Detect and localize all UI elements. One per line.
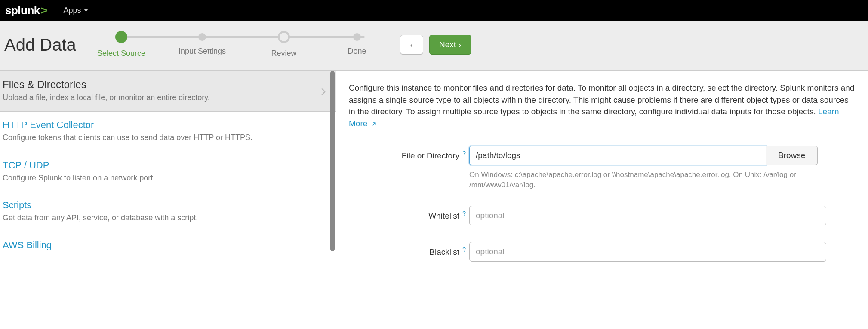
sidebar-item-tcp-udp[interactable]: TCP / UDP Configure Splunk to listen on …: [0, 152, 336, 192]
sidebar-item-scripts[interactable]: Scripts Get data from any API, service, …: [0, 192, 336, 232]
source-title: HTTP Event Collector: [3, 119, 318, 131]
apps-menu[interactable]: Apps: [63, 6, 88, 15]
step-dot-icon: [353, 33, 361, 41]
step-label: Select Source: [91, 49, 151, 58]
step-done[interactable]: Done: [327, 30, 387, 56]
sidebar-item-files-directories[interactable]: Files & Directories Upload a file, index…: [0, 71, 336, 112]
chevron-right-icon: ›: [459, 40, 462, 50]
label-text: Blacklist: [429, 247, 459, 256]
source-desc: Get data from any API, service, or datab…: [3, 213, 318, 223]
source-desc: Upload a file, index a local file, or mo…: [3, 92, 318, 103]
step-dot-icon: [198, 33, 206, 41]
file-directory-hint: On Windows: c:\apache\apache.error.log o…: [469, 170, 826, 190]
step-select-source[interactable]: Select Source: [91, 30, 151, 58]
input-group: Browse: [469, 146, 855, 165]
page-header: Add Data Select Source Input Settings Re…: [0, 21, 868, 71]
form-field: [469, 206, 855, 238]
sidebar-item-http-event-collector[interactable]: HTTP Event Collector Configure tokens th…: [0, 112, 336, 152]
source-desc: Configure tokens that clients can use to…: [3, 132, 318, 143]
stepper: Select Source Input Settings Review Done: [116, 30, 370, 59]
label-text: Whitelist: [428, 211, 459, 220]
source-title: AWS Billing: [3, 240, 318, 251]
help-icon[interactable]: ?: [462, 150, 466, 157]
source-title: TCP / UDP: [3, 160, 318, 171]
form-row-blacklist: Blacklist ?: [349, 242, 855, 262]
source-title: Files & Directories: [3, 79, 318, 91]
page-title: Add Data: [4, 35, 90, 55]
step-review[interactable]: Review: [254, 30, 314, 58]
nav-buttons: ‹ Next ›: [400, 35, 471, 55]
logo-caret-icon: >: [41, 4, 47, 17]
form-row-file-directory: File or Directory ? Browse On Windows: c…: [349, 146, 855, 201]
sidebar-item-aws-billing[interactable]: AWS Billing: [0, 232, 336, 261]
form-field: Browse On Windows: c:\apache\apache.erro…: [469, 146, 855, 201]
source-desc: Configure Splunk to listen on a network …: [3, 173, 318, 183]
description-text: Configure this instance to monitor files…: [349, 83, 854, 116]
topbar: splunk> Apps: [0, 0, 868, 21]
chevron-left-icon: ‹: [410, 40, 413, 50]
file-directory-label: File or Directory ?: [349, 146, 469, 161]
form-field: [469, 242, 855, 262]
chevron-right-icon: ›: [321, 82, 326, 100]
scrollbar-thumb[interactable]: [330, 71, 335, 251]
blacklist-label: Blacklist ?: [349, 242, 469, 257]
sidebar-scrollbar[interactable]: [329, 71, 336, 329]
step-input-settings[interactable]: Input Settings: [172, 30, 232, 56]
step-dot-icon: [278, 31, 290, 43]
logo-text: splunk: [5, 4, 40, 17]
blacklist-input[interactable]: [469, 242, 826, 262]
external-link-icon: ↗: [371, 120, 376, 128]
browse-button[interactable]: Browse: [766, 146, 818, 165]
step-label: Done: [327, 47, 387, 56]
whitelist-input[interactable]: [469, 206, 826, 225]
file-directory-input[interactable]: [469, 146, 766, 165]
main: Files & Directories Upload a file, index…: [0, 71, 868, 329]
content-pane: Configure this instance to monitor files…: [336, 71, 868, 329]
next-button-label: Next: [439, 40, 456, 49]
help-icon[interactable]: ?: [462, 246, 466, 253]
help-icon[interactable]: ?: [462, 210, 466, 217]
sidebar: Files & Directories Upload a file, index…: [0, 71, 336, 329]
step-label: Review: [254, 49, 314, 58]
source-title: Scripts: [3, 200, 318, 211]
form-row-whitelist: Whitelist ?: [349, 206, 855, 238]
step-dot-icon: [115, 31, 127, 43]
chevron-down-icon: [84, 9, 88, 12]
back-button[interactable]: ‹: [400, 35, 423, 55]
label-text: File or Directory: [402, 152, 459, 161]
apps-menu-label: Apps: [63, 6, 81, 15]
whitelist-label: Whitelist ?: [349, 206, 469, 221]
splunk-logo: splunk>: [5, 4, 47, 17]
content-description: Configure this instance to monitor files…: [349, 82, 855, 129]
next-button[interactable]: Next ›: [429, 35, 471, 55]
step-label: Input Settings: [172, 47, 232, 56]
